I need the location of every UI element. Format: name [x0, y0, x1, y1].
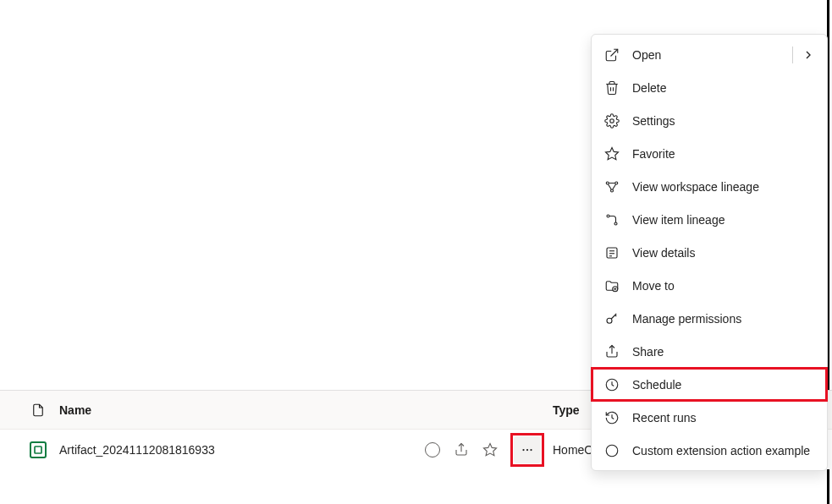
gear-icon [603, 112, 620, 129]
radio-icon[interactable] [424, 441, 441, 458]
menu-item-view-details[interactable]: View details [592, 236, 827, 269]
menu-label: Recent runs [632, 411, 815, 425]
menu-label: Manage permissions [632, 312, 815, 326]
item-lineage-icon [603, 211, 620, 228]
star-icon [603, 145, 620, 162]
menu-divider [792, 47, 793, 63]
svg-point-4 [530, 448, 532, 450]
menu-label: Move to [632, 279, 815, 293]
details-icon [603, 244, 620, 261]
svg-rect-0 [35, 446, 41, 453]
document-icon [30, 402, 47, 419]
svg-point-3 [526, 448, 528, 450]
artifact-icon [30, 441, 47, 458]
menu-label: Share [632, 345, 815, 359]
row-actions [400, 433, 553, 467]
share-icon [603, 343, 620, 360]
menu-label: View details [632, 246, 815, 260]
menu-label: Schedule [632, 378, 815, 392]
menu-item-settings[interactable]: Settings [592, 104, 827, 137]
star-icon[interactable] [482, 441, 499, 458]
svg-point-11 [611, 189, 614, 192]
svg-point-12 [607, 215, 609, 217]
svg-marker-8 [606, 147, 619, 159]
open-icon [603, 47, 620, 63]
delete-icon [603, 79, 620, 96]
svg-point-9 [606, 182, 609, 184]
svg-point-19 [607, 318, 612, 323]
share-icon[interactable] [453, 441, 470, 458]
svg-point-7 [610, 118, 614, 123]
menu-label: View item lineage [632, 213, 815, 227]
menu-item-open[interactable]: Open [592, 38, 827, 71]
menu-item-share[interactable]: Share [592, 335, 827, 368]
more-button-highlight [510, 433, 544, 467]
svg-point-2 [522, 448, 524, 450]
circle-icon [603, 442, 620, 459]
lineage-icon [603, 178, 620, 195]
menu-item-custom-extension[interactable]: Custom extension action example [592, 434, 827, 467]
menu-label: View workspace lineage [632, 180, 815, 194]
menu-item-recent-runs[interactable]: Recent runs [592, 401, 827, 434]
svg-point-10 [615, 182, 618, 184]
history-icon [603, 409, 620, 426]
row-name[interactable]: Artifact_20241112081816933 [59, 443, 400, 457]
menu-item-item-lineage[interactable]: View item lineage [592, 203, 827, 236]
svg-marker-1 [484, 443, 497, 455]
menu-item-manage-permissions[interactable]: Manage permissions [592, 302, 827, 335]
menu-item-favorite[interactable]: Favorite [592, 137, 827, 170]
svg-point-13 [614, 222, 617, 225]
clock-icon [603, 376, 620, 393]
svg-point-21 [606, 445, 618, 457]
menu-label: Open [632, 48, 784, 62]
menu-label: Custom extension action example [632, 444, 815, 457]
more-options-button[interactable] [514, 436, 541, 463]
menu-item-delete[interactable]: Delete [592, 71, 827, 104]
chevron-right-icon[interactable] [802, 48, 815, 62]
menu-item-schedule[interactable]: Schedule [592, 368, 827, 401]
header-icon-col [17, 402, 59, 419]
context-menu: Open Delete Settings Favorite View works… [591, 34, 828, 471]
move-icon [603, 277, 620, 294]
menu-item-workspace-lineage[interactable]: View workspace lineage [592, 170, 827, 203]
menu-item-move-to[interactable]: Move to [592, 269, 827, 302]
key-icon [603, 310, 620, 327]
header-name[interactable]: Name [59, 403, 400, 417]
menu-label: Favorite [632, 147, 815, 161]
menu-label: Delete [632, 81, 815, 95]
menu-label: Settings [632, 114, 815, 128]
